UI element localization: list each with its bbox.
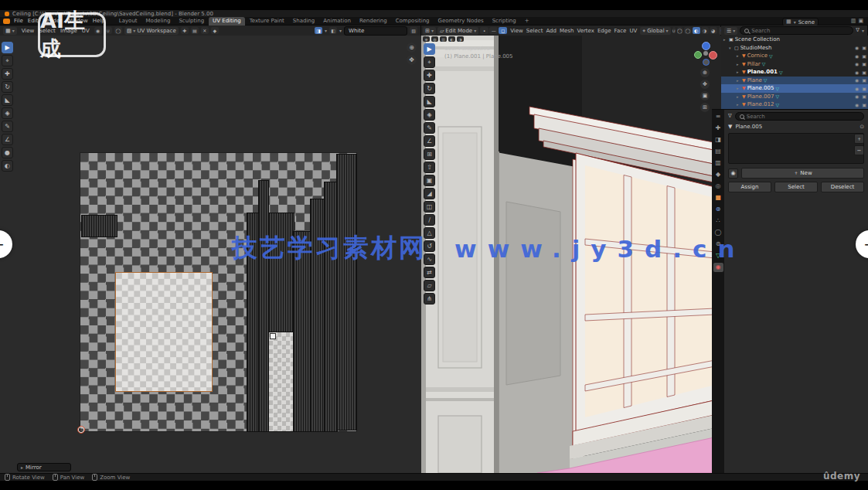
workspace-tab[interactable]: Modeling xyxy=(142,17,175,26)
outliner-search[interactable] xyxy=(740,26,853,35)
scene-tab-icon[interactable]: ◆ xyxy=(713,170,723,179)
workspace-tab[interactable]: Layout xyxy=(115,17,141,26)
outliner-root-row[interactable]: ▸ ▣ Scene Collection xyxy=(721,36,868,44)
bevel-tool-icon[interactable]: ◢ xyxy=(424,188,435,199)
properties-search-input[interactable] xyxy=(747,114,859,120)
hide-viewport-icon[interactable]: ◉ xyxy=(855,45,859,50)
uv-vertex-marker[interactable] xyxy=(270,333,276,339)
uv-island-strip[interactable] xyxy=(336,154,357,430)
new-material-button[interactable]: ＋ New xyxy=(741,168,864,179)
tool-tab-icon[interactable]: ✚ xyxy=(713,124,723,133)
hide-viewport-icon[interactable]: ◉ xyxy=(855,102,859,107)
disclosure-icon[interactable]: ▸ xyxy=(723,37,727,42)
3d-scene[interactable] xyxy=(421,36,721,473)
material-action-button[interactable]: Select xyxy=(774,182,818,192)
hide-viewport-icon[interactable]: ◉ xyxy=(855,94,859,99)
axis-x-icon[interactable] xyxy=(709,51,717,60)
outliner-search-input[interactable] xyxy=(751,28,849,34)
editor-type-button-3d[interactable]: ⊞▾ xyxy=(423,27,436,35)
image-selector[interactable]: ▨▾ UV Workspace xyxy=(124,27,179,35)
proportional-icon[interactable]: ◯ xyxy=(677,27,682,34)
workspace-tab[interactable]: + xyxy=(521,17,533,26)
uv-island-selected[interactable] xyxy=(115,272,213,392)
uv-island-strip[interactable] xyxy=(293,231,311,432)
properties-editor[interactable]: ∇ ▼ Plane.005 ⊙ ＋ − ◉ ＋ New xyxy=(724,109,868,473)
modifiers-tab-icon[interactable]: ⊛ xyxy=(713,205,723,214)
poly-build-tool-icon[interactable]: △ xyxy=(424,227,435,239)
uv-island-cluster[interactable] xyxy=(81,215,117,237)
move-tool-icon[interactable]: ✚ xyxy=(424,70,435,81)
disclosure-icon[interactable]: ▾ xyxy=(729,46,733,50)
outliner-collection-row[interactable]: ▾ ▢ StudioMesh ◉ ▣ xyxy=(721,44,868,53)
workspace-tab[interactable]: Compositing xyxy=(392,17,434,26)
rendered-preview-icon[interactable]: ◕ xyxy=(710,27,717,34)
face-select-icon[interactable]: ◻ xyxy=(499,27,507,34)
mask-icon[interactable]: ▧ xyxy=(410,27,417,34)
hide-viewport-icon[interactable]: ◉ xyxy=(855,70,859,75)
outliner-type-button[interactable]: ☰▾ xyxy=(724,27,737,35)
knife-tool-icon[interactable]: ∕ xyxy=(424,214,435,226)
edge-slide-tool-icon[interactable]: ⇄ xyxy=(424,267,435,278)
outliner-object-row[interactable]: ▸ ▼ Plane.007 ▽ ◉ ▣ xyxy=(721,93,868,101)
properties-search[interactable] xyxy=(735,112,864,121)
workspace-tab[interactable]: Shading xyxy=(289,17,318,26)
topbar-menu-item[interactable]: File xyxy=(12,17,26,25)
display-mode-field[interactable]: White xyxy=(344,26,407,36)
view-layer-tab-icon[interactable]: ▥ xyxy=(713,158,723,168)
disclosure-icon[interactable]: ▸ xyxy=(737,78,740,83)
filter-funnel-icon[interactable]: ∇ xyxy=(856,28,859,33)
pin-image-button[interactable]: ◆ xyxy=(211,27,219,34)
pan-gizmo-icon[interactable]: ✥ xyxy=(700,80,710,89)
pan-icon[interactable]: ✥ xyxy=(407,55,417,65)
material-action-button[interactable]: Assign xyxy=(728,182,771,192)
transform-tool-icon[interactable]: ◈ xyxy=(424,109,435,121)
axis-z-icon[interactable] xyxy=(702,42,710,50)
scale-tool-icon[interactable]: ◣ xyxy=(424,96,435,107)
scale-tool-icon[interactable]: ◣ xyxy=(2,94,13,106)
disclosure-icon[interactable]: ▸ xyxy=(737,70,740,74)
disable-render-icon[interactable]: ▣ xyxy=(862,94,866,99)
view-layer-selector[interactable]: ▥ ▣ xyxy=(851,18,863,25)
render-tab-icon[interactable]: ◨ xyxy=(713,135,723,145)
zoom-in-icon[interactable]: ⊕ xyxy=(407,43,417,53)
workspace-tab[interactable]: Scripting xyxy=(488,17,520,26)
uv-2d-cursor[interactable] xyxy=(77,426,85,434)
disclosure-icon[interactable]: ▸ xyxy=(737,62,740,66)
spin-tool-icon[interactable]: ↺ xyxy=(424,240,435,252)
transform-orientation[interactable]: ⌖ Global▾ xyxy=(640,27,670,35)
transform-tool-icon[interactable]: ◈ xyxy=(2,107,13,119)
uv-island-strip[interactable] xyxy=(310,199,325,432)
inset-tool-icon[interactable]: ▣ xyxy=(424,175,435,186)
xray-icon[interactable]: ▥ xyxy=(440,36,447,42)
smooth-tool-icon[interactable]: ∿ xyxy=(424,254,435,265)
workspace-tab[interactable]: Geometry Nodes xyxy=(434,17,488,26)
material-preview-icon[interactable]: ◑ xyxy=(701,27,709,34)
remove-slot-button[interactable]: − xyxy=(854,145,864,155)
annotate-tool-icon[interactable]: ✎ xyxy=(424,122,435,134)
disclosure-icon[interactable]: ▸ xyxy=(737,53,740,58)
material-action-button[interactable]: Deselect xyxy=(821,182,864,192)
disable-render-icon[interactable]: ▣ xyxy=(862,77,866,83)
disable-render-icon[interactable]: ▣ xyxy=(862,102,866,107)
data-tab-icon[interactable]: ▽ xyxy=(713,251,723,260)
outliner[interactable]: ▸ ▣ Scene Collection ▾ ▢ StudioMesh ◉ ▣ … xyxy=(721,36,868,109)
disable-render-icon[interactable]: ▣ xyxy=(862,45,866,50)
snap-magnet-icon[interactable]: ∪ xyxy=(672,27,676,34)
vertex-select-icon[interactable]: ∙ xyxy=(480,27,488,34)
shear-tool-icon[interactable]: ▱ xyxy=(424,280,435,291)
disable-render-icon[interactable]: ▣ xyxy=(862,61,866,66)
mode-selector[interactable]: ▱ Edit Mode▾ xyxy=(437,27,478,35)
viewport-menu-item[interactable]: Mesh xyxy=(558,27,575,35)
outliner-object-row[interactable]: ▸ ▼ Plane ▽ ◉ ▣ xyxy=(721,77,868,85)
add-slot-button[interactable]: ＋ xyxy=(854,134,864,144)
loop-cut-tool-icon[interactable]: ◫ xyxy=(424,201,435,213)
rotate-tool-icon[interactable]: ↻ xyxy=(2,81,13,93)
operator-panel-mirror[interactable]: ▸ Mirror xyxy=(17,463,71,471)
3d-viewport[interactable]: ⊕◍▥◐◑ ▶⌖✚↻◣◈✎∠⊞⇧▣◢◫∕△↺∿⇄▱⋔ User Perspect… xyxy=(421,36,722,473)
rip-region-tool-icon[interactable]: ⋔ xyxy=(424,293,435,305)
axis-negz-icon[interactable] xyxy=(703,59,710,66)
zoom-gizmo-icon[interactable]: ⊕ xyxy=(700,68,710,77)
particles-tab-icon[interactable]: ∴ xyxy=(713,216,723,226)
ortho-gizmo-icon[interactable]: ⊞ xyxy=(700,103,710,112)
move-tool-icon[interactable]: ✚ xyxy=(2,68,13,80)
